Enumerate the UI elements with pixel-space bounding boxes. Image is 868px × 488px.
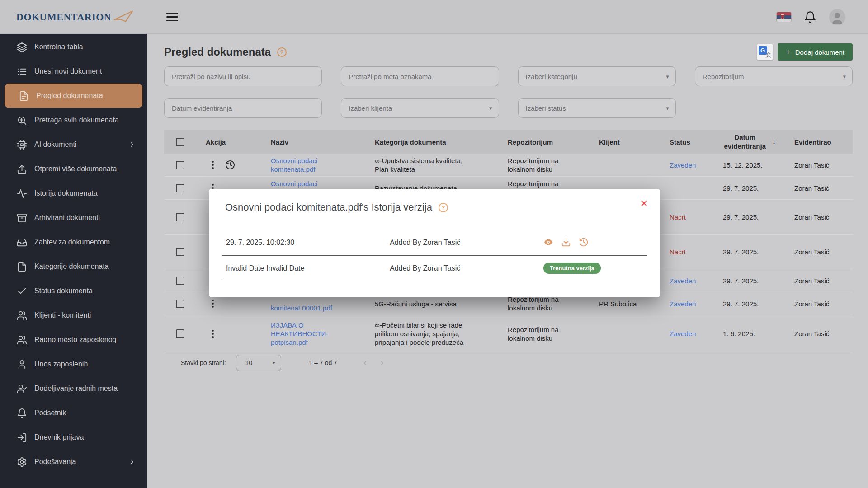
add-document-button[interactable]: + Dodaj dokument <box>778 43 853 61</box>
eye-icon[interactable] <box>543 237 554 248</box>
sidebar-item-label: Podešavanja <box>34 458 121 466</box>
column-header-repozitorijum: Repozitorijum <box>501 135 593 149</box>
sidebar-item-dnevnik-prijava[interactable]: Dnevnik prijava <box>3 425 144 450</box>
sidebar-item-label: Pregled dokumenata <box>36 92 134 100</box>
category-select[interactable]: Izaberi kategoriju ▾ <box>518 66 676 86</box>
version-added-by: Added By Zoran Tasić <box>390 239 543 247</box>
document-name-link[interactable]: Osnovni podacikomitenata.pdf <box>264 154 368 176</box>
gear-icon <box>16 456 27 467</box>
user-icon <box>16 359 27 370</box>
version-history-modal: ✕ Osnovni podaci komitenata.pdf's Istori… <box>209 189 660 297</box>
help-icon[interactable]: ? <box>277 47 287 57</box>
date-recorded-input[interactable]: Datum evidentiranja <box>164 98 322 118</box>
filter-placeholder: Datum evidentiranja <box>172 104 232 112</box>
previous-page-button[interactable]: ‹ <box>363 358 367 367</box>
sidebar-item-unos-zaposlenih[interactable]: Unos zaposlenih <box>3 352 144 376</box>
version-date: Invalid Date Invalid Date <box>226 264 390 272</box>
row-checkbox[interactable] <box>176 277 184 285</box>
version-row: 29. 7. 2025. 10:02:30 Added By Zoran Tas… <box>222 230 647 255</box>
sidebar-item-pregled-dokumenata[interactable]: Pregled dokumenata <box>5 84 142 108</box>
current-version-badge: Trenutna verzija <box>543 263 601 274</box>
sort-desc-icon[interactable]: ↓ <box>772 137 776 146</box>
column-header-naziv: Naziv <box>264 135 368 149</box>
sidebar-item-arhivirani-dokumenti[interactable]: Arhivirani dokumenti <box>3 206 144 230</box>
document-status-link[interactable]: Zaveden <box>658 327 709 341</box>
sidebar-item-podsetnik[interactable]: Podsetnik <box>3 401 144 425</box>
page-title: Pregled dokumenata <box>164 46 271 58</box>
sidebar-item-klijenti-komitenti[interactable]: Klijenti - komitenti <box>3 303 144 328</box>
sidebar-item-otpremi-vi-e-dokumenata[interactable]: Otpremi više dokumenata <box>3 157 144 181</box>
sidebar-item-kategorije-dokumenata[interactable]: Kategorije dokumenata <box>3 254 144 279</box>
client-select[interactable]: Izaberi klijenta ▾ <box>341 98 499 118</box>
search-name-input[interactable]: Pretraži po nazivu ili opisu <box>164 66 322 86</box>
document-status-link[interactable]: Zaveden <box>658 158 709 172</box>
menu-toggle-button[interactable] <box>166 11 178 23</box>
version-list: 29. 7. 2025. 10:02:30 Added By Zoran Tas… <box>209 230 660 281</box>
document-status-link[interactable]: Nacrt <box>658 245 709 259</box>
help-icon[interactable]: ? <box>439 203 448 212</box>
document-date: 15. 12. 2025. <box>709 158 788 172</box>
column-header-akcija: Akcija <box>196 135 264 149</box>
kebab-menu-icon[interactable] <box>208 328 218 339</box>
document-status-link[interactable]: Nacrt <box>658 210 709 224</box>
column-header-kategorija: Kategorija dokumenta <box>368 135 501 149</box>
table-row: Osnovni podacikomitenata.pdf ∞-Uputstva … <box>164 154 853 177</box>
archive-icon <box>16 212 27 223</box>
download-icon[interactable] <box>561 237 572 248</box>
sidebar-item-kontrolna-tabla[interactable]: Kontrolna tabla <box>3 35 144 59</box>
notifications-bell-icon[interactable] <box>804 11 816 23</box>
page-size-select[interactable]: 10 ▾ <box>236 355 281 371</box>
sidebar-item-label: Arhivirani dokumenti <box>34 214 136 222</box>
document-status-link[interactable]: Zaveden <box>658 297 709 311</box>
page-size-label: Stavki po strani: <box>181 359 226 366</box>
document-recorded-by: Zoran Tasić <box>788 274 853 288</box>
row-checkbox[interactable] <box>176 184 184 192</box>
serbia-flag-icon[interactable] <box>777 12 791 22</box>
row-checkbox[interactable] <box>176 248 184 256</box>
sidebar-item-label: AI dokumenti <box>34 141 121 149</box>
status-select[interactable]: Izaberi status ▾ <box>518 98 676 118</box>
column-header-evidentirao: Evidentirao <box>788 135 853 149</box>
version-added-by: Added By Zoran Tasić <box>390 264 543 272</box>
kebab-menu-icon[interactable] <box>208 298 218 309</box>
history-icon[interactable] <box>579 237 590 248</box>
sidebar-item-dodeljivanje-radnih-mesta[interactable]: Dodeljivanje radnih mesta <box>3 376 144 401</box>
sidebar-item-label: Dnevnik prijava <box>34 433 136 441</box>
document-recorded-by: Zoran Tasić <box>788 327 853 341</box>
column-header-datum[interactable]: Datum evidentiranja ↓ <box>709 133 788 151</box>
sidebar-item-ai-dokumenti[interactable]: AI dokumenti <box>3 132 144 157</box>
sidebar-item-zahtev-za-dokumentom[interactable]: Zahtev za dokumentom <box>3 230 144 254</box>
row-checkbox[interactable] <box>176 329 184 338</box>
row-checkbox[interactable] <box>176 213 184 221</box>
search-meta-tags-input[interactable]: Pretraži po meta oznakama <box>341 66 499 86</box>
select-all-checkbox[interactable] <box>176 138 184 146</box>
user-avatar[interactable] <box>829 9 845 25</box>
version-actions: Trenutna verzija <box>543 263 601 274</box>
sidebar-item-status-dokumenta[interactable]: Status dokumenta <box>3 279 144 303</box>
sidebar-item-istorija-dokumenata[interactable]: Istorija dokumenata <box>3 181 144 206</box>
sidebar-item-pode-avanja[interactable]: Podešavanja <box>3 450 144 474</box>
kebab-menu-icon[interactable] <box>208 160 218 170</box>
sidebar-item-label: Unos zaposlenih <box>34 360 136 368</box>
filter-placeholder: Izaberi kategoriju <box>526 73 577 80</box>
document-client: PR Subotica <box>593 297 658 311</box>
document-name-link[interactable]: ИЗЈАВА ОНЕАКТИВНОСТИ-potpisan.pdf <box>264 318 368 349</box>
sidebar-item-pretraga-svih-dokumenata[interactable]: Pretraga svih dokumenata <box>3 108 144 132</box>
close-icon[interactable]: ✕ <box>640 198 648 210</box>
sidebar-item-label: Istorija dokumenata <box>34 189 136 197</box>
version-history-icon[interactable] <box>225 160 236 170</box>
sidebar-item-radno-mesto-zaposlenog[interactable]: Radno mesto zaposlenog <box>3 328 144 352</box>
google-translate-icon[interactable]: G 文 <box>757 44 773 60</box>
document-status-link[interactable]: Zaveden <box>658 274 709 288</box>
sidebar-item-label: Podsetnik <box>34 409 136 417</box>
app-logo: DOKUMENTARION <box>16 0 134 34</box>
table-header-row: Akcija Naziv Kategorija dokumenta Repozi… <box>164 130 853 154</box>
next-page-button[interactable]: › <box>380 358 383 367</box>
sidebar-item-unesi-novi-dokument[interactable]: Unesi novi dokument <box>3 59 144 84</box>
row-checkbox[interactable] <box>176 300 184 308</box>
repository-select[interactable]: Repozitorijum ▾ <box>695 66 853 86</box>
file-icon <box>16 261 27 272</box>
users-icon <box>16 334 27 345</box>
row-checkbox[interactable] <box>176 161 184 169</box>
document-status-link[interactable] <box>658 185 709 191</box>
